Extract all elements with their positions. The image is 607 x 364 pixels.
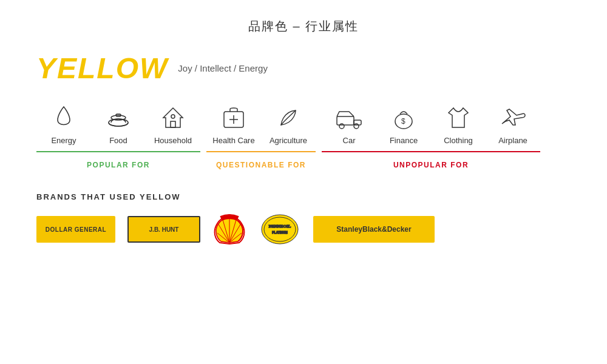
finance-label: Finance — [390, 136, 418, 145]
color-header: YELLOW Joy / Intellect / Energy — [36, 52, 571, 85]
agriculture-icon — [274, 103, 303, 132]
svg-text:$: $ — [401, 117, 405, 126]
color-name: YELLOW — [36, 52, 168, 85]
svg-text:PLATINUM: PLATINUM — [272, 231, 287, 234]
popular-section-label: POPULAR FOR — [36, 161, 200, 169]
airplane-label: Airplane — [498, 136, 527, 145]
svg-rect-9 — [337, 116, 354, 125]
unpopular-icons-row: Car $ Finance — [322, 103, 540, 145]
icon-group-household: Household — [146, 103, 200, 145]
household-icon — [158, 103, 188, 132]
stanley-text: StanleyBlack&Decker — [336, 225, 411, 234]
popular-icons-row: Energy Food — [36, 103, 200, 145]
dollar-general-text: DOLLAR GENERAL — [46, 226, 106, 233]
finance-icon: $ — [389, 103, 418, 132]
healthcare-label: Health Care — [212, 136, 254, 145]
unpopular-divider — [322, 151, 540, 152]
brands-section: BRANDS THAT USED YELLOW DOLLAR GENERAL J… — [36, 192, 571, 246]
brands-row: DOLLAR GENERAL J.B. HUNT — [36, 212, 571, 246]
svg-point-1 — [111, 115, 126, 120]
svg-text:PENNZOIL: PENNZOIL — [269, 224, 291, 229]
agriculture-label: Agriculture — [270, 136, 307, 145]
svg-point-13 — [354, 124, 359, 129]
unpopular-section: Car $ Finance — [322, 103, 540, 169]
popular-section: Energy Food — [36, 103, 200, 169]
questionable-divider — [206, 151, 316, 152]
car-icon — [334, 103, 364, 132]
questionable-section: Health Care Agriculture QUESTIONABLE FOR — [206, 103, 316, 169]
questionable-section-label: QUESTIONABLE FOR — [206, 161, 316, 169]
brand-stanley: StanleyBlack&Decker — [313, 216, 435, 243]
icon-group-car: Car — [322, 103, 376, 145]
svg-rect-4 — [171, 121, 175, 127]
icon-group-finance: $ Finance — [376, 103, 431, 145]
energy-icon — [49, 103, 78, 132]
car-label: Car — [343, 136, 356, 145]
questionable-icons-row: Health Care Agriculture — [206, 103, 316, 145]
svg-point-12 — [339, 124, 344, 129]
icon-group-airplane: Airplane — [486, 103, 540, 145]
food-icon — [104, 103, 133, 132]
food-label: Food — [109, 136, 127, 145]
healthcare-icon — [219, 103, 248, 132]
airplane-icon — [498, 103, 527, 132]
pennzoil-icon: PENNZOIL PLATINUM — [259, 212, 301, 246]
clothing-label: Clothing — [444, 136, 473, 145]
shell-icon — [212, 212, 246, 246]
icon-group-energy: Energy — [36, 103, 91, 145]
color-description: Joy / Intellect / Energy — [178, 63, 268, 73]
brand-pennzoil: PENNZOIL PLATINUM — [259, 212, 301, 246]
all-categories: Energy Food — [36, 103, 571, 169]
unpopular-section-label: UNPOPULAR FOR — [322, 161, 540, 169]
popular-divider — [36, 151, 200, 152]
icon-group-agriculture: Agriculture — [261, 103, 316, 145]
clothing-icon — [444, 103, 473, 132]
brand-dollar-general: DOLLAR GENERAL — [36, 216, 115, 243]
brands-title: BRANDS THAT USED YELLOW — [36, 192, 571, 201]
brand-shell — [212, 212, 246, 246]
main-page: 品牌色 – 行业属性 YELLOW Joy / Intellect / Ener… — [0, 0, 607, 364]
icon-group-food: Food — [91, 103, 146, 145]
household-label: Household — [154, 136, 192, 145]
energy-label: Energy — [51, 136, 76, 145]
brand-jbhunt: J.B. HUNT — [127, 216, 200, 243]
svg-point-24 — [264, 217, 296, 241]
jbhunt-text: J.B. HUNT — [149, 226, 179, 233]
page-title: 品牌色 – 行业属性 — [36, 18, 571, 35]
icon-group-healthcare: Health Care — [206, 103, 261, 145]
svg-marker-3 — [163, 108, 183, 127]
svg-point-5 — [171, 115, 175, 118]
icon-group-clothing: Clothing — [431, 103, 486, 145]
